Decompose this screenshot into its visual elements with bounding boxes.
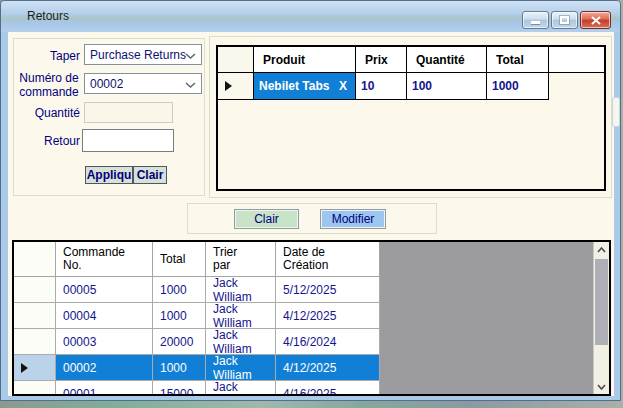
orders-col-total-label: Total [160,253,185,266]
edit-button[interactable]: Modifier [320,209,386,229]
desktop-background: Retours Taper [0,0,623,408]
taper-combobox[interactable]: Purchase Returns [84,44,202,65]
row-indicator-icon [225,81,232,91]
cart-grid-row[interactable]: Nebilet Tabs X 10 100 1000 [218,73,549,100]
orders-col-commande-label: Commande No. [63,246,125,272]
taper-label: Taper [14,49,80,63]
orders-cell-total[interactable]: 1000 [153,277,206,303]
chevron-up-icon [597,247,606,253]
orders-row-00005[interactable]: 00005 1000 Jack William 5/12/2025 [14,277,380,303]
orders-cell-trier[interactable]: Jack William [206,355,276,381]
retour-field[interactable] [82,129,174,152]
form-clear-button[interactable]: Clair [133,166,167,184]
orders-row-header[interactable] [14,381,56,396]
window-controls [522,11,611,29]
orders-cell-commande[interactable]: 00002 [56,355,153,381]
orders-cell-total[interactable]: 1000 [153,355,206,381]
close-button[interactable] [580,11,611,29]
orders-cell-trier[interactable]: Jack William [206,303,276,329]
orders-cell-commande[interactable]: 00004 [56,303,153,329]
minimize-button[interactable] [522,11,549,29]
orders-cell-trier[interactable]: Jack William [206,381,276,396]
orders-grid: Commande No. Total Trier par Date de Cré… [12,240,611,396]
close-icon [591,16,601,25]
orders-col-date[interactable]: Date de Création [276,242,380,277]
quantite-field[interactable] [84,102,173,123]
quantite-label: Quantité [14,106,80,120]
orders-cell-commande[interactable]: 00003 [56,329,153,355]
orders-col-date-label: Date de Création [283,246,345,272]
orders-cell-total[interactable]: 20000 [153,329,206,355]
commande-combobox[interactable]: 00002 [84,73,202,94]
orders-cell-date[interactable]: 5/12/2025 [276,277,380,303]
cart-cell-total[interactable]: 1000 [487,73,549,99]
orders-row-00003[interactable]: 00003 20000 Jack William 4/16/2024 [14,329,380,355]
taper-combobox-value: Purchase Returns [85,48,186,62]
commande-label: Numéro de commande [18,71,80,99]
maximize-button[interactable] [551,11,578,29]
orders-cell-commande[interactable]: 00005 [56,277,153,303]
cart-cell-prix[interactable]: 10 [356,73,407,99]
cart-grid-corner-cell [218,47,254,72]
scrollbar-thumb[interactable] [595,259,608,345]
orders-cell-date[interactable]: 4/12/2025 [276,303,380,329]
cart-grid-panel: Produit Prix Quantité Total Nebilet Tabs… [209,36,612,198]
cart-row-header[interactable] [218,73,254,99]
cart-col-produit[interactable]: Produit [254,47,356,72]
client-area: Taper Purchase Returns Numéro de command… [8,32,614,396]
return-form-panel: Taper Purchase Returns Numéro de command… [13,38,205,196]
scroll-down-button[interactable] [594,379,609,394]
orders-col-total[interactable]: Total [153,242,206,277]
orders-row-00001[interactable]: 00001 15000 Jack William 4/16/2025 [14,381,380,396]
orders-col-commande[interactable]: Commande No. [56,242,153,277]
cart-grid: Produit Prix Quantité Total Nebilet Tabs… [216,45,606,191]
orders-cell-date[interactable]: 4/16/2024 [276,329,380,355]
orders-cell-trier[interactable]: Jack William [206,329,276,355]
cart-cell-produit[interactable]: Nebilet Tabs X [254,73,356,99]
minimize-icon [531,21,540,24]
orders-row-header[interactable] [14,277,56,303]
orders-grid-header-row: Commande No. Total Trier par Date de Cré… [14,242,380,277]
orders-cell-total[interactable]: 15000 [153,381,206,396]
orders-row-00002-selected[interactable]: 00002 1000 Jack William 4/12/2025 [14,355,380,381]
orders-col-trier-label: Trier par [213,246,243,272]
chevron-down-icon [597,384,606,390]
orders-row-header[interactable] [14,355,56,381]
title-bar[interactable]: Retours [1,1,620,32]
row-indicator-icon [21,363,28,373]
retour-label: Retour [14,134,80,148]
remove-item-button[interactable]: X [339,79,347,93]
app-window: Retours Taper [0,0,621,401]
commande-combobox-value: 00002 [85,77,123,91]
cart-produit-text: Nebilet Tabs [259,79,329,93]
cart-grid-header-row: Produit Prix Quantité Total [218,47,604,73]
clear-button[interactable]: Clair [234,209,299,229]
orders-cell-trier[interactable]: Jack William [206,277,276,303]
orders-cell-commande[interactable]: 00001 [56,381,153,396]
cart-col-total[interactable]: Total [487,47,549,72]
orders-row-header[interactable] [14,329,56,355]
cart-col-prix[interactable]: Prix [356,47,407,72]
orders-row-00004[interactable]: 00004 1000 Jack William 4/12/2025 [14,303,380,329]
orders-cell-date[interactable]: 4/16/2025 [276,381,380,396]
apply-button[interactable]: Appliqu [85,166,133,184]
actions-panel: Clair Modifier [187,203,437,234]
window-title: Retours [27,9,69,23]
cart-cell-quantite[interactable]: 100 [407,73,487,99]
orders-vertical-scrollbar[interactable] [593,242,609,394]
orders-cell-date[interactable]: 4/12/2025 [276,355,380,381]
window-frame-highlight [612,97,620,127]
maximize-icon [560,16,569,24]
chevron-down-icon [185,82,196,88]
cart-col-quantite[interactable]: Quantité [407,47,487,72]
chevron-down-icon [185,53,196,59]
orders-row-header[interactable] [14,303,56,329]
scroll-up-button[interactable] [594,242,609,257]
orders-col-trier[interactable]: Trier par [206,242,276,277]
orders-grid-corner-cell [14,242,56,277]
orders-cell-total[interactable]: 1000 [153,303,206,329]
